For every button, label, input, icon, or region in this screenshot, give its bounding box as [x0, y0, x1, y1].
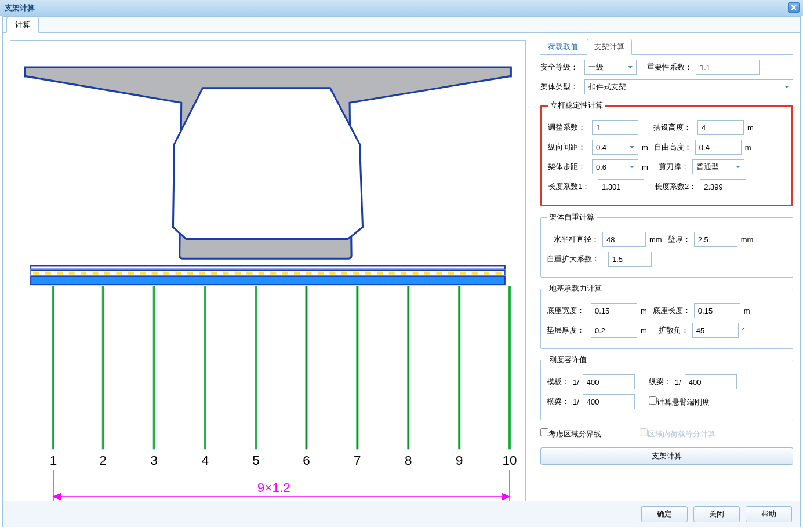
svg-rect-37 — [448, 272, 454, 275]
svg-rect-38 — [460, 272, 466, 275]
safety-level-combo[interactable]: 一级 — [584, 60, 637, 75]
svg-text:6: 6 — [303, 453, 310, 468]
svg-rect-9 — [116, 272, 122, 275]
svg-rect-7 — [92, 272, 98, 275]
svg-rect-27 — [329, 272, 335, 275]
scissor-combo[interactable]: 普通型 — [692, 159, 744, 174]
svg-rect-36 — [436, 272, 442, 275]
tab-calc[interactable]: 计算 — [6, 17, 39, 33]
titlebar: 支架计算 — [0, 0, 803, 16]
ok-button[interactable]: 确定 — [641, 506, 688, 522]
equal-zone-chk: 区域内荷载等分计算 — [640, 428, 715, 439]
free-h-label: 自由高度： — [654, 142, 692, 152]
selfweight-group: 架体自重计算 水平杆直径： mm 壁厚： mm 自重扩大系数： — [540, 212, 793, 278]
side-tab-load[interactable]: 荷载取值 — [540, 39, 586, 54]
svg-rect-30 — [365, 272, 371, 275]
close-button[interactable]: 关闭 — [693, 506, 740, 522]
wall-input[interactable] — [694, 232, 737, 247]
side-tab-calc[interactable]: 支架计算 — [587, 39, 632, 55]
diagram-box: 12345678910 9×1.2 — [10, 40, 526, 521]
enlarge-input[interactable] — [608, 252, 652, 267]
svg-text:4: 4 — [201, 453, 209, 468]
frame-type-label: 架体类型： — [540, 82, 581, 92]
window-title: 支架计算 — [5, 3, 35, 13]
svg-rect-41 — [496, 272, 502, 275]
svg-rect-19 — [235, 272, 241, 275]
stiffness-legend: 刚度容许值 — [547, 355, 589, 365]
scissor-label: 剪刀撑： — [659, 162, 689, 172]
svg-rect-10 — [128, 272, 134, 275]
len1-input[interactable] — [598, 179, 644, 194]
foundation-legend: 地基承载力计算 — [547, 283, 604, 294]
crossbeam-input[interactable] — [583, 394, 635, 409]
svg-rect-40 — [484, 272, 489, 275]
svg-rect-12 — [152, 272, 158, 275]
formwork-input[interactable] — [583, 374, 635, 389]
svg-rect-15 — [187, 272, 193, 275]
footer-buttons: 确定 关闭 帮助 — [3, 501, 800, 527]
wall-label: 壁厚： — [668, 234, 691, 245]
stiffness-group: 刚度容许值 模板： 1/ 纵梁： 1/ 横梁： 1/ 计算悬臂端刚度 — [540, 355, 793, 420]
adj-coef-input[interactable] — [592, 120, 638, 135]
svg-rect-6 — [81, 272, 86, 275]
base-w-input[interactable] — [591, 303, 637, 318]
enlarge-label: 自重扩大系数： — [547, 254, 605, 264]
svg-rect-2 — [33, 272, 39, 275]
svg-rect-29 — [353, 272, 359, 275]
consider-zone-chk[interactable]: 考虑区域分界线 — [540, 428, 601, 439]
svg-rect-13 — [163, 272, 169, 275]
frame-type-combo[interactable]: 扣件式支架 — [584, 79, 793, 94]
step-label: 架体步距： — [548, 162, 588, 172]
svg-rect-35 — [424, 272, 430, 275]
svg-rect-14 — [176, 272, 181, 275]
svg-rect-0 — [31, 265, 505, 269]
close-icon[interactable] — [788, 2, 800, 13]
svg-rect-26 — [318, 272, 324, 275]
svg-rect-5 — [69, 272, 75, 275]
base-w-label: 底座宽度： — [547, 305, 587, 316]
free-h-input[interactable] — [695, 140, 742, 155]
svg-text:7: 7 — [354, 453, 361, 468]
help-button[interactable]: 帮助 — [746, 506, 792, 522]
calc-button[interactable]: 支架计算 — [540, 447, 793, 465]
importance-input[interactable] — [696, 60, 760, 75]
cantilever-chk[interactable]: 计算悬臂端刚度 — [649, 396, 710, 407]
pad-t-input[interactable] — [591, 323, 637, 338]
svg-rect-22 — [270, 272, 276, 275]
main-tabbar: 计算 — [3, 17, 800, 33]
adj-coef-label: 调整系数： — [548, 122, 588, 133]
long-sp-combo[interactable]: 0.4 — [592, 140, 638, 155]
erect-h-input[interactable] — [697, 120, 744, 135]
hbar-d-input[interactable] — [602, 232, 646, 247]
base-l-input[interactable] — [694, 303, 740, 318]
svg-rect-23 — [282, 272, 288, 275]
svg-rect-24 — [294, 272, 300, 275]
svg-rect-25 — [306, 272, 311, 275]
svg-rect-33 — [401, 272, 406, 275]
formwork-label: 模板： — [547, 377, 569, 387]
svg-text:1: 1 — [50, 453, 57, 468]
longbeam-input[interactable] — [685, 374, 737, 389]
step-combo[interactable]: 0.6 — [592, 159, 638, 174]
svg-text:5: 5 — [252, 453, 260, 468]
svg-rect-31 — [377, 272, 383, 275]
foundation-group: 地基承载力计算 底座宽度： m 底座长度： m 垫层厚度： m 扩散角： ° — [540, 283, 793, 349]
window-body: 计算 — [2, 16, 801, 527]
svg-text:2: 2 — [100, 453, 107, 468]
len2-input[interactable] — [700, 179, 746, 194]
svg-text:9: 9 — [456, 453, 463, 468]
svg-rect-4 — [57, 272, 63, 275]
svg-rect-20 — [246, 272, 252, 275]
svg-rect-32 — [389, 272, 395, 275]
diff-a-input[interactable] — [692, 323, 739, 338]
diagram-pane: 12345678910 9×1.2 — [3, 33, 533, 528]
crossbeam-label: 横梁： — [547, 396, 569, 407]
svg-rect-42 — [31, 276, 505, 285]
svg-rect-8 — [104, 272, 110, 275]
svg-rect-11 — [140, 272, 146, 275]
svg-rect-17 — [211, 272, 217, 275]
svg-rect-16 — [199, 272, 205, 275]
safety-level-label: 安全等级： — [540, 62, 581, 72]
dimension-label: 9×1.2 — [257, 480, 290, 495]
stability-legend: 立杆稳定性计算 — [548, 100, 605, 111]
